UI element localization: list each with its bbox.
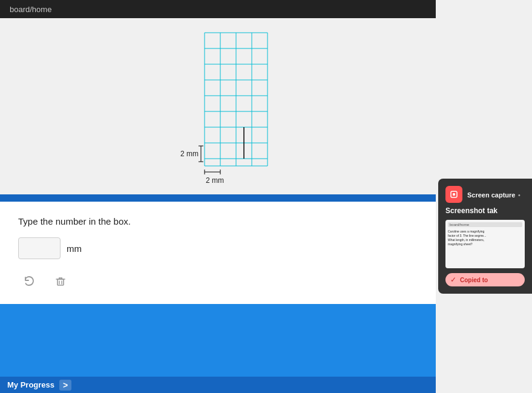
sc-title-group: Screen capture • <box>467 189 521 200</box>
sc-preview-line1: Caroline uses a magnifying <box>448 230 522 234</box>
copied-icon: ✓ <box>450 276 456 284</box>
input-row: mm <box>18 237 418 259</box>
trash-icon <box>54 275 67 287</box>
top-bar: board/home <box>0 0 436 18</box>
unit-label: mm <box>67 243 82 254</box>
svg-rect-32 <box>453 193 455 196</box>
breadcrumb: board/home <box>10 5 51 14</box>
svg-rect-24 <box>57 279 64 285</box>
grid-diagram: 2 mm 2 mm <box>151 28 284 191</box>
blue-divider <box>0 194 436 202</box>
sc-preview-line2: factor of 3. The line segme... <box>448 234 522 238</box>
svg-text:2 mm: 2 mm <box>180 150 199 158</box>
question-section: Type the number in the box. mm <box>0 202 436 304</box>
sc-preview-text: Caroline uses a magnifying factor of 3. … <box>448 230 522 246</box>
sc-dot: • <box>518 191 521 199</box>
svg-text:2 mm: 2 mm <box>206 176 224 185</box>
left-column: board/home 2 mm 2 mm <box>0 0 436 393</box>
sc-preview-url: board/home <box>448 222 522 227</box>
answer-input[interactable] <box>18 237 61 259</box>
question-text: Type the number in the box. <box>18 216 418 226</box>
action-row <box>18 270 418 292</box>
delete-button[interactable] <box>50 270 71 292</box>
progress-bar: My Progress > <box>0 377 436 393</box>
diagram-area: 2 mm 2 mm <box>0 18 436 194</box>
sc-subtitle: Screenshot tak <box>445 206 525 215</box>
sc-header: Screen capture • <box>445 186 525 203</box>
sc-preview: board/home Caroline uses a magnifying fa… <box>445 220 525 268</box>
sc-app-icon <box>445 186 462 203</box>
copied-text: Copied to <box>460 277 488 283</box>
sc-title: Screen capture <box>467 191 515 199</box>
undo-button[interactable] <box>18 270 40 292</box>
sc-preview-inner: board/home Caroline uses a magnifying fa… <box>445 220 525 249</box>
sc-preview-question2: magnifying sheet? <box>448 242 522 246</box>
undo-icon <box>23 275 35 287</box>
screen-capture-panel: Screen capture • Screenshot tak board/ho… <box>438 179 532 294</box>
progress-chevron: > <box>59 380 71 391</box>
grid-container: 2 mm 2 mm <box>151 28 284 191</box>
sc-preview-question: What length, in millimeters, <box>448 238 522 242</box>
my-progress-button[interactable]: My Progress > <box>0 377 79 393</box>
my-progress-label: My Progress <box>7 380 54 389</box>
record-icon <box>449 190 459 199</box>
copied-row: ✓ Copied to <box>445 273 525 286</box>
